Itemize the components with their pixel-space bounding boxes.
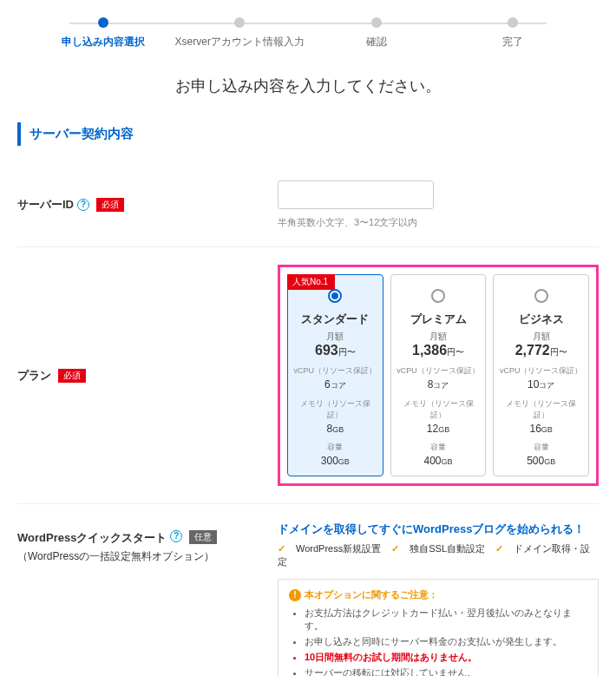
plan-price-label: 月額 [293,331,377,343]
plan-price-label: 月額 [396,331,481,343]
progress-steps: 申し込み内容選択 Xserverアカウント情報入力 確認 完了 [35,17,581,49]
plans-highlight: 人気No.1スタンダード月額693円〜vCPU（リソース保証）6コアメモリ（リソ… [278,265,599,486]
help-icon[interactable]: ? [170,530,182,542]
plan-name: スタンダード [293,312,377,327]
plan-vcpu: 6コア [293,378,377,391]
page-title: お申し込み内容を入力してください。 [17,75,599,96]
help-icon[interactable]: ? [77,199,89,211]
server-id-label: サーバーID ? 必須 [17,180,278,229]
popular-badge: 人気No.1 [287,274,335,290]
plan-memory: 8GB [293,423,377,435]
radio-icon [328,289,342,303]
required-badge: 必須 [58,369,86,383]
plan-label: プラン 必須 [17,265,278,486]
optional-badge: 任意 [189,530,217,544]
quickstart-notice: 本オプションに関するご注意： お支払方法はクレジットカード払い・翌月後払いのみと… [278,579,599,676]
plan-storage: 300GB [293,455,377,467]
plan-name: プレミアム [396,312,481,327]
notice-title: 本オプションに関するご注意： [289,588,587,601]
row-quickstart: WordPressクイックスタート ? 任意 （WordPressの一括設定無料… [17,504,599,676]
plan-option-0[interactable]: 人気No.1スタンダード月額693円〜vCPU（リソース保証）6コアメモリ（リソ… [287,274,383,476]
step-2: Xserverアカウント情報入力 [172,17,309,49]
notice-item: 10日間無料のお試し期間はありません。 [305,651,587,664]
notice-item: お支払方法はクレジットカード払い・翌月後払いのみとなります。 [305,607,587,633]
row-plan: プラン 必須 人気No.1スタンダード月額693円〜vCPU（リソース保証）6コ… [17,247,599,504]
step-dot-icon [98,17,108,28]
row-server-id: サーバーID ? 必須 半角英数小文字、3〜12文字以内 [17,163,599,247]
plan-price: 2,772円〜 [499,343,583,358]
quickstart-features: ✓WordPress新規設置✓独自SSL自動設定✓ドメイン取得・設定 [278,542,599,568]
check-icon: ✓ [391,543,399,554]
plan-vcpu: 10コア [499,378,583,391]
step-3: 確認 [308,17,445,49]
radio-icon [534,289,548,303]
plan-storage: 500GB [499,455,583,467]
plan-memory: 12GB [396,423,481,435]
plan-vcpu: 8コア [396,378,481,391]
notice-item: サーバーの移転には対応していません。 [305,666,587,676]
step-1: 申し込み内容選択 [35,17,172,49]
plan-price: 1,386円〜 [396,343,481,358]
radio-icon [431,289,445,303]
step-dot-icon [508,17,518,28]
plan-price: 693円〜 [293,343,377,358]
plan-option-1[interactable]: プレミアム月額1,386円〜vCPU（リソース保証）8コアメモリ（リソース保証）… [390,274,487,476]
feature-item: ✓独自SSL自動設定 [391,543,485,554]
required-badge: 必須 [96,198,124,212]
quickstart-label: WordPressクイックスタート ? 任意 （WordPressの一括設定無料… [17,522,278,676]
step-4: 完了 [445,17,582,49]
server-id-hint: 半角英数小文字、3〜12文字以内 [278,216,599,229]
plan-storage: 400GB [396,455,481,467]
plan-name: ビジネス [499,312,583,327]
check-icon: ✓ [495,543,503,554]
step-dot-icon [234,17,245,28]
server-id-input[interactable] [278,180,434,209]
plan-memory: 16GB [499,423,583,435]
step-dot-icon [371,17,382,28]
plan-price-label: 月額 [499,331,583,343]
section-heading: サーバー契約内容 [17,122,599,146]
notice-item: お申し込みと同時にサーバー料金のお支払いが発生します。 [305,635,587,648]
feature-item: ✓WordPress新規設置 [278,543,381,554]
plan-option-2[interactable]: ビジネス月額2,772円〜vCPU（リソース保証）10コアメモリ（リソース保証）… [493,274,589,476]
check-icon: ✓ [278,543,285,554]
quickstart-headline: ドメインを取得してすぐにWordPressブログを始められる！ [278,522,599,537]
